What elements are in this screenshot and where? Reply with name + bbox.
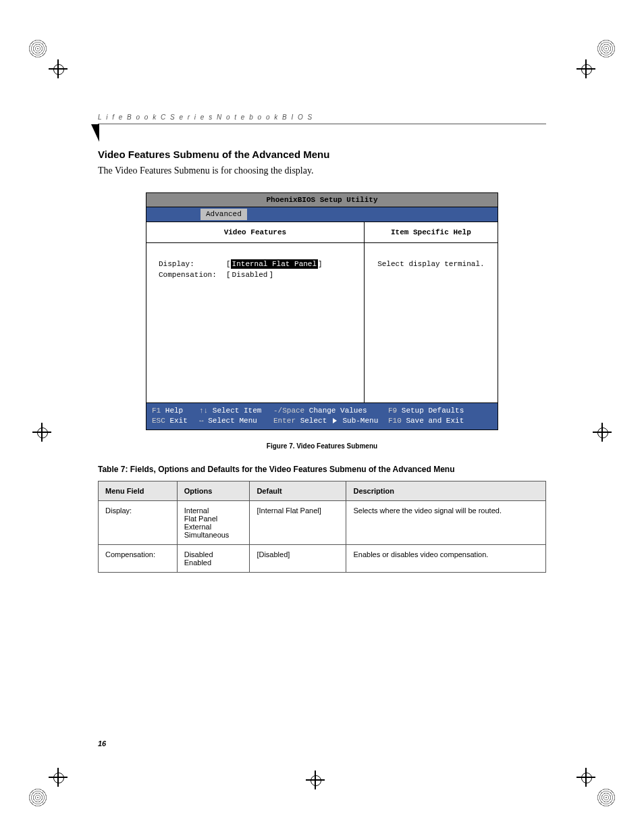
bios-key: ↑↓ [199,407,208,415]
registration-mark-icon [28,419,69,459]
table-cell-field: Compensation: [99,545,178,573]
bios-key: ESC [152,417,165,425]
bios-key-label: Select [300,417,327,425]
running-header: L i f e B o o k C S e r i e s N o t e b … [98,113,546,124]
bios-key: F10 [388,417,402,425]
bios-menubar: Advanced [146,207,498,221]
bios-key: -/Space [273,407,304,415]
registration-mark-icon [575,39,616,80]
table-row: Display: Internal Flat Panel External Si… [99,501,546,545]
section-body: The Video Features Submenu is for choosi… [98,165,546,176]
table-cell-description: Enables or disables video compensation. [346,545,546,573]
bios-key: F9 [388,407,397,415]
registration-mark-icon [575,766,616,807]
bios-help-title: Item Specific Help [365,222,498,243]
bios-key-label: Setup Defaults [402,407,464,415]
bios-key: Enter [273,417,296,425]
table-cell-description: Selects where the video signal will be r… [346,501,546,545]
bios-key-label: Select Item [213,407,262,415]
table-cell-default: [Internal Flat Panel] [250,501,346,545]
table-header: Description [346,481,546,501]
registration-mark-icon [28,766,69,807]
bios-title: PhoenixBIOS Setup Utility [146,193,498,207]
bios-row-compensation: Compensation: [Disabled] [159,270,352,280]
bios-settings-area: Display: [Internal Flat Panel] Compensat… [146,243,364,403]
bios-key: F1 [152,407,161,415]
table-title: Table 7: Fields, Options and Defaults fo… [98,465,546,474]
table-cell-field: Display: [99,501,178,545]
bios-footer: F1 Help ↑↓ Select Item -/Space Change Va… [146,403,498,429]
bios-row-display: Display: [Internal Flat Panel] [159,259,352,269]
registration-mark-icon [302,766,342,807]
bios-active-tab: Advanced [200,209,247,219]
table-cell-options: Internal Flat Panel External Simultaneou… [177,501,250,545]
table-cell-options: Disabled Enabled [177,545,250,573]
table-header: Menu Field [99,481,178,501]
page-content: L i f e B o o k C S e r i e s N o t e b … [98,113,546,573]
registration-mark-icon [28,39,69,80]
table-header-row: Menu Field Options Default Description [99,481,546,501]
bios-screenshot: PhoenixBIOS Setup Utility Advanced Video… [146,192,498,430]
bios-help-text: Select display terminal. [365,243,498,390]
bios-label: Display: [159,259,226,269]
table-header: Default [250,481,346,501]
bios-key: ↔ [199,417,204,425]
tab-marker-icon [91,124,99,142]
bios-key-label: Help [165,407,183,415]
table-cell-default: [Disabled] [250,545,346,573]
bios-value: [Internal Flat Panel] [226,259,323,269]
section-title: Video Features Submenu of the Advanced M… [98,149,546,160]
triangle-right-icon [333,418,337,423]
registration-mark-icon [575,419,616,459]
fields-table: Menu Field Options Default Description D… [98,481,546,573]
bios-key-label: Exit [169,417,187,425]
bios-key-label: Change Values [309,407,367,415]
bios-value: [Disabled] [226,270,273,280]
bios-key-label: Sub-Menu [342,417,378,425]
bios-key-label: Select Menu [208,417,257,425]
table-header: Options [177,481,250,501]
figure-caption: Figure 7. Video Features Submenu [98,442,546,450]
table-row: Compensation: Disabled Enabled [Disabled… [99,545,546,573]
bios-panel-title: Video Features [146,222,364,243]
bios-label: Compensation: [159,270,226,280]
page-number: 16 [98,739,106,748]
bios-key-label: Save and Exit [406,417,464,425]
